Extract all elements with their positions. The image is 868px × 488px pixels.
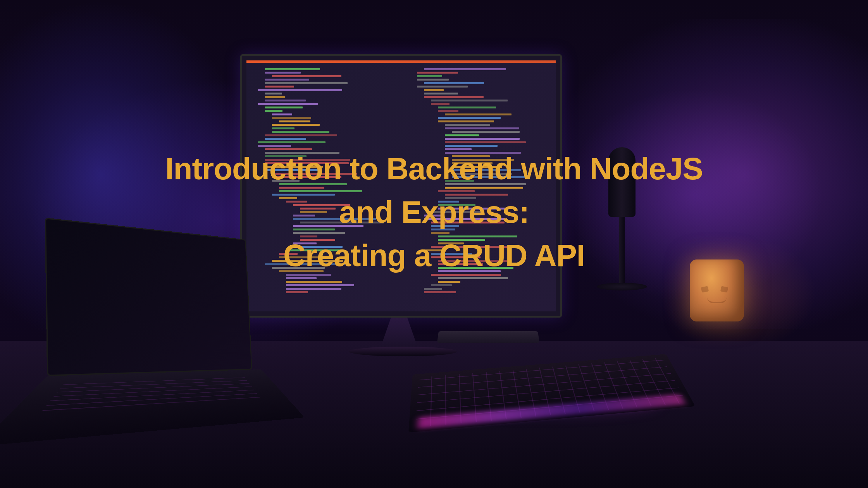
candle-eye-left — [701, 286, 709, 293]
code-line — [417, 72, 458, 74]
code-line — [445, 127, 519, 129]
code-line — [438, 277, 508, 279]
external-drive — [437, 331, 539, 343]
code-line — [424, 68, 506, 70]
code-line — [424, 93, 458, 95]
code-line — [272, 75, 341, 77]
code-line — [286, 288, 341, 290]
title-line-1: Introduction to Backend with NodeJS — [0, 147, 868, 191]
code-line — [431, 284, 452, 286]
code-line — [265, 72, 301, 74]
code-line — [258, 89, 342, 91]
code-line — [265, 134, 337, 136]
code-line — [431, 100, 508, 101]
code-line — [438, 117, 501, 119]
code-line — [438, 281, 460, 283]
candle-mouth — [707, 297, 727, 303]
code-line — [258, 145, 291, 147]
code-line — [258, 141, 326, 143]
code-line — [265, 100, 306, 101]
code-line — [417, 75, 442, 77]
code-line — [265, 79, 309, 81]
code-line — [265, 82, 348, 84]
code-line — [424, 288, 442, 290]
code-line — [272, 131, 329, 133]
code-line — [445, 134, 479, 136]
candle-eye-right — [720, 286, 728, 293]
code-line — [431, 103, 450, 105]
code-line — [265, 86, 294, 88]
candle-face-decoration — [701, 287, 732, 306]
code-line — [452, 131, 520, 133]
code-line — [272, 124, 320, 126]
code-line — [286, 277, 317, 279]
code-line — [445, 145, 498, 147]
code-line — [445, 141, 526, 143]
code-line — [417, 79, 449, 81]
code-line — [438, 120, 494, 122]
code-line — [265, 93, 282, 95]
code-line — [424, 291, 456, 293]
code-line — [265, 96, 285, 98]
code-line — [265, 110, 282, 112]
code-line — [265, 107, 303, 108]
monitor-base — [349, 347, 457, 356]
editor-titlebar — [246, 60, 556, 63]
code-line — [445, 113, 512, 115]
code-line — [438, 110, 458, 112]
code-line — [286, 291, 308, 293]
code-line — [438, 107, 496, 108]
code-line — [272, 117, 311, 119]
code-line — [279, 120, 310, 122]
title-line-3: Creating a CRUD API — [0, 234, 868, 277]
title-line-2: and Express: — [0, 191, 868, 234]
code-line — [417, 86, 468, 88]
code-line — [258, 103, 318, 105]
code-line — [424, 96, 484, 98]
code-line — [265, 138, 306, 140]
code-line — [445, 124, 490, 126]
code-line — [445, 138, 520, 140]
code-line — [424, 82, 484, 84]
code-line — [272, 113, 292, 115]
code-line — [424, 89, 444, 91]
code-line — [272, 127, 294, 129]
mic-base — [597, 283, 647, 290]
code-line — [286, 284, 354, 286]
code-line — [286, 281, 342, 283]
title-overlay: Introduction to Backend with NodeJS and … — [0, 147, 868, 277]
code-line — [265, 68, 320, 70]
